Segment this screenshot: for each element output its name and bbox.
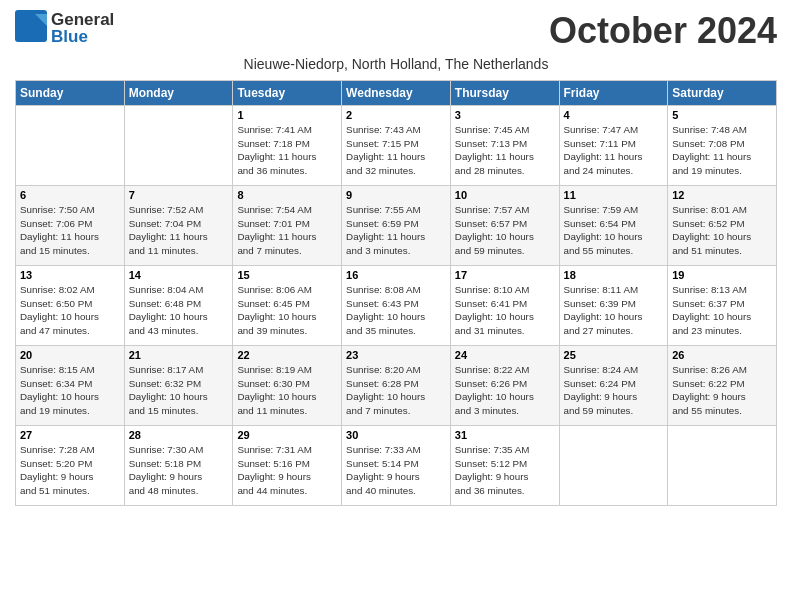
day-number: 26 [672, 349, 772, 361]
calendar-cell: 31Sunrise: 7:35 AMSunset: 5:12 PMDayligh… [450, 426, 559, 506]
subtitle: Nieuwe-Niedorp, North Holland, The Nethe… [15, 56, 777, 72]
calendar-cell [559, 426, 668, 506]
day-info: Sunrise: 7:30 AMSunset: 5:18 PMDaylight:… [129, 443, 229, 498]
weekday-header-thursday: Thursday [450, 81, 559, 106]
calendar-cell: 4Sunrise: 7:47 AMSunset: 7:11 PMDaylight… [559, 106, 668, 186]
day-info: Sunrise: 8:20 AMSunset: 6:28 PMDaylight:… [346, 363, 446, 418]
day-number: 16 [346, 269, 446, 281]
day-number: 31 [455, 429, 555, 441]
day-number: 18 [564, 269, 664, 281]
day-info: Sunrise: 8:02 AMSunset: 6:50 PMDaylight:… [20, 283, 120, 338]
weekday-header-saturday: Saturday [668, 81, 777, 106]
day-number: 30 [346, 429, 446, 441]
day-info: Sunrise: 7:57 AMSunset: 6:57 PMDaylight:… [455, 203, 555, 258]
day-info: Sunrise: 8:22 AMSunset: 6:26 PMDaylight:… [455, 363, 555, 418]
calendar-cell: 29Sunrise: 7:31 AMSunset: 5:16 PMDayligh… [233, 426, 342, 506]
day-number: 25 [564, 349, 664, 361]
day-number: 2 [346, 109, 446, 121]
calendar-cell: 13Sunrise: 8:02 AMSunset: 6:50 PMDayligh… [16, 266, 125, 346]
day-number: 22 [237, 349, 337, 361]
day-info: Sunrise: 8:10 AMSunset: 6:41 PMDaylight:… [455, 283, 555, 338]
day-info: Sunrise: 7:45 AMSunset: 7:13 PMDaylight:… [455, 123, 555, 178]
logo: General Blue [15, 10, 114, 46]
calendar-cell: 19Sunrise: 8:13 AMSunset: 6:37 PMDayligh… [668, 266, 777, 346]
calendar-table: SundayMondayTuesdayWednesdayThursdayFrid… [15, 80, 777, 506]
calendar-cell: 11Sunrise: 7:59 AMSunset: 6:54 PMDayligh… [559, 186, 668, 266]
day-number: 23 [346, 349, 446, 361]
calendar-cell: 22Sunrise: 8:19 AMSunset: 6:30 PMDayligh… [233, 346, 342, 426]
logo-icon [15, 10, 47, 46]
day-info: Sunrise: 7:48 AMSunset: 7:08 PMDaylight:… [672, 123, 772, 178]
day-number: 13 [20, 269, 120, 281]
day-number: 28 [129, 429, 229, 441]
calendar-cell: 28Sunrise: 7:30 AMSunset: 5:18 PMDayligh… [124, 426, 233, 506]
day-number: 14 [129, 269, 229, 281]
logo-blue: Blue [51, 28, 114, 45]
calendar-cell [16, 106, 125, 186]
day-info: Sunrise: 7:41 AMSunset: 7:18 PMDaylight:… [237, 123, 337, 178]
day-info: Sunrise: 7:31 AMSunset: 5:16 PMDaylight:… [237, 443, 337, 498]
day-number: 20 [20, 349, 120, 361]
day-info: Sunrise: 7:47 AMSunset: 7:11 PMDaylight:… [564, 123, 664, 178]
weekday-header-monday: Monday [124, 81, 233, 106]
day-info: Sunrise: 8:19 AMSunset: 6:30 PMDaylight:… [237, 363, 337, 418]
day-info: Sunrise: 8:06 AMSunset: 6:45 PMDaylight:… [237, 283, 337, 338]
calendar-cell: 25Sunrise: 8:24 AMSunset: 6:24 PMDayligh… [559, 346, 668, 426]
day-info: Sunrise: 7:59 AMSunset: 6:54 PMDaylight:… [564, 203, 664, 258]
calendar-cell: 21Sunrise: 8:17 AMSunset: 6:32 PMDayligh… [124, 346, 233, 426]
day-info: Sunrise: 7:55 AMSunset: 6:59 PMDaylight:… [346, 203, 446, 258]
day-info: Sunrise: 7:28 AMSunset: 5:20 PMDaylight:… [20, 443, 120, 498]
calendar-cell: 17Sunrise: 8:10 AMSunset: 6:41 PMDayligh… [450, 266, 559, 346]
day-number: 1 [237, 109, 337, 121]
day-number: 10 [455, 189, 555, 201]
day-number: 29 [237, 429, 337, 441]
logo-text: General Blue [51, 11, 114, 45]
calendar-cell: 9Sunrise: 7:55 AMSunset: 6:59 PMDaylight… [342, 186, 451, 266]
day-number: 15 [237, 269, 337, 281]
weekday-header-friday: Friday [559, 81, 668, 106]
calendar-cell: 16Sunrise: 8:08 AMSunset: 6:43 PMDayligh… [342, 266, 451, 346]
day-info: Sunrise: 7:52 AMSunset: 7:04 PMDaylight:… [129, 203, 229, 258]
calendar-cell: 2Sunrise: 7:43 AMSunset: 7:15 PMDaylight… [342, 106, 451, 186]
calendar-cell: 20Sunrise: 8:15 AMSunset: 6:34 PMDayligh… [16, 346, 125, 426]
logo-general: General [51, 11, 114, 28]
day-number: 17 [455, 269, 555, 281]
day-number: 19 [672, 269, 772, 281]
day-number: 24 [455, 349, 555, 361]
day-number: 9 [346, 189, 446, 201]
weekday-header-tuesday: Tuesday [233, 81, 342, 106]
calendar-cell: 30Sunrise: 7:33 AMSunset: 5:14 PMDayligh… [342, 426, 451, 506]
day-number: 27 [20, 429, 120, 441]
weekday-header-sunday: Sunday [16, 81, 125, 106]
day-number: 7 [129, 189, 229, 201]
calendar-cell: 26Sunrise: 8:26 AMSunset: 6:22 PMDayligh… [668, 346, 777, 426]
day-info: Sunrise: 8:08 AMSunset: 6:43 PMDaylight:… [346, 283, 446, 338]
day-info: Sunrise: 8:13 AMSunset: 6:37 PMDaylight:… [672, 283, 772, 338]
calendar-cell: 24Sunrise: 8:22 AMSunset: 6:26 PMDayligh… [450, 346, 559, 426]
calendar-cell: 7Sunrise: 7:52 AMSunset: 7:04 PMDaylight… [124, 186, 233, 266]
day-info: Sunrise: 7:43 AMSunset: 7:15 PMDaylight:… [346, 123, 446, 178]
day-number: 6 [20, 189, 120, 201]
day-number: 3 [455, 109, 555, 121]
day-info: Sunrise: 8:26 AMSunset: 6:22 PMDaylight:… [672, 363, 772, 418]
day-info: Sunrise: 8:01 AMSunset: 6:52 PMDaylight:… [672, 203, 772, 258]
day-number: 12 [672, 189, 772, 201]
calendar-cell: 12Sunrise: 8:01 AMSunset: 6:52 PMDayligh… [668, 186, 777, 266]
weekday-header-wednesday: Wednesday [342, 81, 451, 106]
calendar-cell: 27Sunrise: 7:28 AMSunset: 5:20 PMDayligh… [16, 426, 125, 506]
day-number: 5 [672, 109, 772, 121]
day-info: Sunrise: 8:17 AMSunset: 6:32 PMDaylight:… [129, 363, 229, 418]
calendar-cell: 18Sunrise: 8:11 AMSunset: 6:39 PMDayligh… [559, 266, 668, 346]
calendar-cell [124, 106, 233, 186]
day-number: 4 [564, 109, 664, 121]
calendar-cell: 5Sunrise: 7:48 AMSunset: 7:08 PMDaylight… [668, 106, 777, 186]
calendar-cell: 6Sunrise: 7:50 AMSunset: 7:06 PMDaylight… [16, 186, 125, 266]
day-number: 8 [237, 189, 337, 201]
calendar-cell [668, 426, 777, 506]
day-info: Sunrise: 8:11 AMSunset: 6:39 PMDaylight:… [564, 283, 664, 338]
calendar-cell: 3Sunrise: 7:45 AMSunset: 7:13 PMDaylight… [450, 106, 559, 186]
day-number: 11 [564, 189, 664, 201]
day-info: Sunrise: 7:50 AMSunset: 7:06 PMDaylight:… [20, 203, 120, 258]
calendar-cell: 15Sunrise: 8:06 AMSunset: 6:45 PMDayligh… [233, 266, 342, 346]
month-title: October 2024 [549, 10, 777, 52]
